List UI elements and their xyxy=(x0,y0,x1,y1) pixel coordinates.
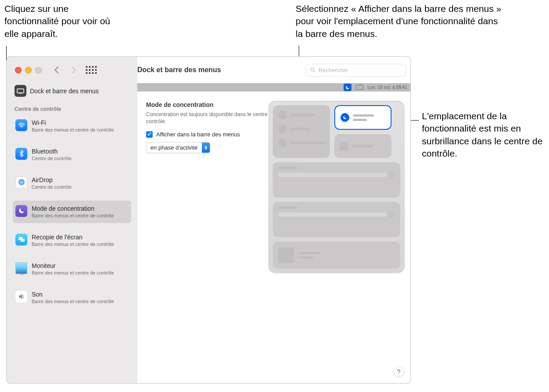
screens-icon xyxy=(15,234,27,245)
detail-description: Concentration est toujours disponible da… xyxy=(146,111,282,125)
when-select[interactable]: en phase d'activité xyxy=(146,142,210,153)
show-in-menubar-checkbox[interactable] xyxy=(146,131,153,138)
sidebar-item-sub: Barre des menus et centre de contrôle xyxy=(32,270,114,276)
main-toolbar: Dock et barre des menus Rechercher xyxy=(137,57,410,83)
sidebar-item-focus[interactable]: Mode de concentration Barre des menus et… xyxy=(13,201,131,223)
sidebar-item-sound[interactable]: Son Barre des menus et centre de contrôl… xyxy=(13,286,131,309)
sidebar-item-screenmirror[interactable]: Recopie de l'écran Barre des menus et ce… xyxy=(13,229,131,252)
chevron-updown-icon xyxy=(202,143,210,153)
cc-card-media xyxy=(273,242,400,269)
main-content: Dock et barre des menus Rechercher Lun. … xyxy=(137,57,410,383)
help-button[interactable]: ? xyxy=(393,366,404,377)
show-in-menubar-label: Afficher dans la barre des menus xyxy=(156,131,240,138)
sidebar-item-display[interactable]: Moniteur Barre des menus et centre de co… xyxy=(13,258,131,280)
sidebar-body: Dock et barre des menus Centre de contrô… xyxy=(7,83,137,309)
svg-point-1 xyxy=(21,182,22,183)
sidebar-section-header: Centre de contrôle xyxy=(13,99,131,115)
when-select-value: en phase d'activité xyxy=(146,144,202,151)
menubar-cc-icon xyxy=(356,85,363,90)
svg-point-0 xyxy=(21,127,22,128)
cc-card-brightness xyxy=(273,162,400,198)
sidebar-item-label: Recopie de l'écran xyxy=(32,234,114,241)
speaker-icon xyxy=(15,291,27,303)
nav-buttons xyxy=(54,66,76,74)
search-field[interactable]: Rechercher xyxy=(306,64,406,77)
sidebar-item-label: Bluetooth xyxy=(32,148,72,155)
cc-card-focus-highlight xyxy=(334,105,392,130)
search-placeholder: Rechercher xyxy=(318,67,348,73)
cc-card-connectivity xyxy=(273,105,330,158)
sidebar-item-label: Mode de concentration xyxy=(32,205,114,212)
sidebar-item-wifi[interactable]: Wi-Fi Barre des menus et centre de contr… xyxy=(13,115,131,137)
close-button[interactable] xyxy=(15,67,22,73)
svg-point-6 xyxy=(311,68,314,71)
show-in-menubar-row: Afficher dans la barre des menus xyxy=(146,131,282,138)
detail-title: Mode de concentration xyxy=(146,101,282,108)
sidebar-item-label: Son xyxy=(32,291,114,298)
moon-icon xyxy=(15,205,27,217)
sidebar-item-label: Wi-Fi xyxy=(32,119,114,127)
page-title: Dock et barre des menus xyxy=(137,66,221,74)
callout-right: L'emplacement de la fonctionnalité est m… xyxy=(422,110,545,160)
sidebar-item-sub: Barre des menus et centre de contrôle xyxy=(32,213,114,219)
forward-button[interactable] xyxy=(71,66,76,74)
sidebar-item-sub: Barre des menus et centre de contrôle xyxy=(32,299,114,304)
moon-icon xyxy=(340,113,349,122)
cc-card-placeholder xyxy=(334,134,392,158)
cc-card-volume xyxy=(273,202,400,237)
sidebar-item-sub: Centre de contrôle xyxy=(32,156,72,161)
zoom-button[interactable] xyxy=(35,67,42,73)
control-center-preview xyxy=(268,101,405,273)
search-icon xyxy=(310,67,316,73)
sidebar-top-item[interactable]: Dock et barre des menus xyxy=(13,83,131,99)
dock-icon xyxy=(15,85,26,97)
back-button[interactable] xyxy=(54,66,59,74)
menubar-moon-icon xyxy=(344,84,351,91)
display-icon xyxy=(15,262,27,274)
callout-top-left: Cliquez sur une fonctionnalité pour voir… xyxy=(4,3,119,40)
check-icon xyxy=(147,132,152,137)
sidebar-item-sub: Barre des menus et centre de contrôle xyxy=(32,127,114,133)
sidebar-item-sub: Barre des menus et centre de contrôle xyxy=(32,242,114,247)
bluetooth-icon xyxy=(15,148,27,160)
sidebar-item-bluetooth[interactable]: Bluetooth Centre de contrôle xyxy=(13,143,131,166)
sidebar: Dock et barre des menus Centre de contrô… xyxy=(7,57,137,383)
sidebar-toolbar xyxy=(7,57,137,83)
menubar-datetime: Lun. 18 oct. à 09:41 xyxy=(368,85,407,90)
prefs-window: Dock et barre des menus Centre de contrô… xyxy=(6,56,411,384)
menubar-preview: Lun. 18 oct. à 09:41 xyxy=(137,83,410,92)
window-controls xyxy=(15,67,42,73)
wifi-icon xyxy=(15,119,27,131)
sidebar-item-label: AirDrop xyxy=(32,176,72,184)
callout-top-right: Sélectionnez « Afficher dans la barre de… xyxy=(296,3,502,40)
airdrop-icon xyxy=(15,176,27,188)
minimize-button[interactable] xyxy=(25,67,32,73)
sidebar-top-label: Dock et barre des menus xyxy=(30,88,99,95)
sidebar-item-airdrop[interactable]: AirDrop Centre de contrôle xyxy=(13,172,131,194)
svg-rect-5 xyxy=(20,239,24,242)
sidebar-item-label: Moniteur xyxy=(32,262,114,270)
show-all-button[interactable] xyxy=(86,66,97,74)
sidebar-item-sub: Centre de contrôle xyxy=(32,184,72,190)
